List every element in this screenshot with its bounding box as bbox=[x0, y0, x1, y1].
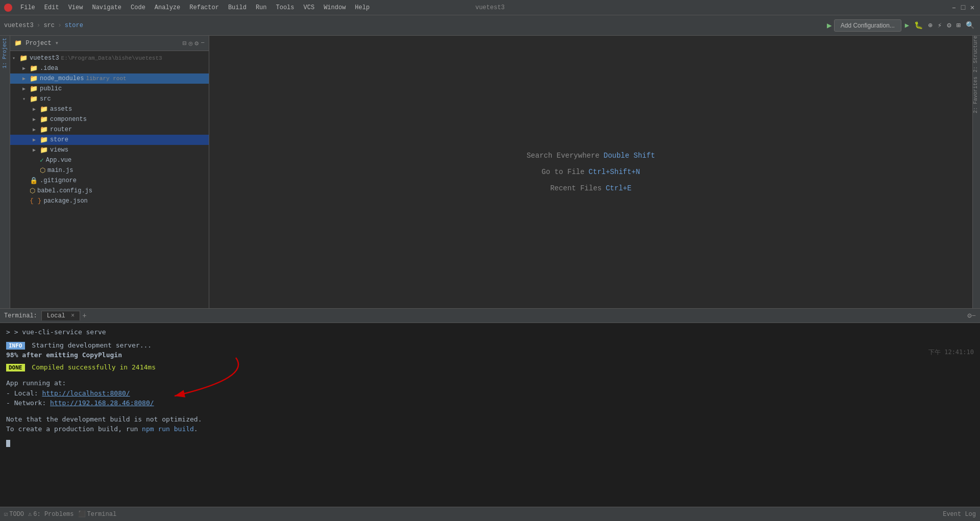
settings-icon[interactable]: ⚙ bbox=[945, 21, 952, 30]
tree-root[interactable]: ▾ 📁 vuetest3 E:\Program_Data\bishe\vuete… bbox=[10, 53, 209, 63]
project-folder-icon: 📁 bbox=[14, 40, 22, 47]
term-info-text: Starting development server... bbox=[32, 341, 152, 349]
terminal-line-info: INFO Starting development server... bbox=[6, 340, 974, 351]
tree-idea[interactable]: ▶ 📁 .idea bbox=[10, 63, 209, 73]
collapse-all-icon[interactable]: ⊟ bbox=[183, 39, 187, 47]
tree-arrow-views: ▶ bbox=[33, 147, 39, 153]
add-configuration-button[interactable]: Add Configuration... bbox=[834, 19, 901, 32]
shortcut-key-file: Ctrl+Shift+N bbox=[589, 168, 640, 176]
shortcut-label-search: Search Everywhere bbox=[527, 152, 600, 160]
right-gutter: 2: Structure 2: Favorites bbox=[972, 36, 980, 308]
folder-icon-root: 📁 bbox=[19, 54, 28, 62]
statusbar: ☑ TODO ⚠ 6: Problems ⬛ Terminal Event Lo… bbox=[0, 507, 980, 521]
coverage-button[interactable]: ⊕ bbox=[926, 21, 934, 30]
menu-window[interactable]: Window bbox=[320, 3, 350, 12]
panel-minimize-icon[interactable]: − bbox=[201, 39, 205, 47]
tree-components[interactable]: ▶ 📁 components bbox=[10, 114, 209, 125]
problems-icon: ⚠ bbox=[28, 510, 32, 518]
project-label: Project bbox=[26, 40, 51, 47]
terminal-minimize-icon[interactable]: − bbox=[972, 312, 976, 320]
terminal-tab-local[interactable]: Local × bbox=[41, 311, 80, 320]
project-panel-title: 📁 Project ▾ bbox=[14, 39, 183, 47]
tree-label-src: src bbox=[40, 95, 51, 103]
terminal-add-tab-icon[interactable]: + bbox=[82, 312, 86, 320]
terminal-line-note: Note that the development build is not o… bbox=[6, 414, 974, 425]
file-tree: ▾ 📁 vuetest3 E:\Program_Data\bishe\vuete… bbox=[10, 51, 209, 308]
menu-edit[interactable]: Edit bbox=[40, 3, 63, 12]
menu-build[interactable]: Build bbox=[224, 3, 251, 12]
window-controls: – □ ✕ bbox=[950, 4, 976, 11]
tree-package-json[interactable]: ▶ { } package.json bbox=[10, 196, 209, 206]
project-gutter-label[interactable]: 1: Project bbox=[2, 38, 8, 68]
todo-button[interactable]: ☑ TODO bbox=[4, 510, 24, 518]
tree-store[interactable]: ▶ 📁 store bbox=[10, 135, 209, 145]
favorites-label[interactable]: 2: Favorites bbox=[973, 77, 978, 117]
tree-label-store: store bbox=[50, 136, 68, 143]
event-log-button[interactable]: Event Log bbox=[943, 511, 976, 518]
terminal-content[interactable]: > > vue-cli-service serve INFO Starting … bbox=[0, 323, 980, 507]
minimize-button[interactable]: – bbox=[950, 4, 958, 11]
panel-settings-icon[interactable]: ⚙ bbox=[194, 39, 199, 47]
folder-icon-router: 📁 bbox=[40, 126, 48, 134]
tree-app-vue[interactable]: ▶ ✓ App.vue bbox=[10, 155, 209, 165]
folder-icon-assets: 📁 bbox=[40, 105, 48, 113]
menu-code[interactable]: Code bbox=[127, 3, 150, 12]
term-local-label: - Local: bbox=[6, 389, 42, 397]
menu-analyze[interactable]: Analyze bbox=[151, 3, 184, 12]
breadcrumb-project[interactable]: vuetest3 bbox=[4, 22, 34, 29]
menu-run[interactable]: Run bbox=[252, 3, 271, 12]
search-everywhere-icon[interactable]: 🔍 bbox=[964, 21, 976, 30]
tree-arrow-components: ▶ bbox=[33, 116, 39, 122]
terminal-container: Terminal: Local × + ⚙ − > > vue-cli-serv… bbox=[0, 308, 980, 507]
project-dropdown-icon[interactable]: ▾ bbox=[55, 40, 59, 47]
badge-info: INFO bbox=[6, 342, 25, 350]
shortcut-search-everywhere: Search Everywhere Double Shift bbox=[527, 152, 655, 160]
breadcrumb-src[interactable]: src bbox=[43, 22, 55, 29]
breadcrumb-store[interactable]: store bbox=[65, 22, 83, 29]
layout-icon[interactable]: ⊞ bbox=[955, 21, 962, 30]
todo-icon: ☑ bbox=[4, 510, 8, 518]
tree-gitignore[interactable]: ▶ 🔒 .gitignore bbox=[10, 176, 209, 186]
menu-refactor[interactable]: Refactor bbox=[185, 3, 223, 12]
tree-label-public: public bbox=[40, 85, 62, 92]
locate-file-icon[interactable]: ◎ bbox=[189, 39, 193, 47]
tree-views[interactable]: ▶ 📁 views bbox=[10, 145, 209, 155]
menu-view[interactable]: View bbox=[64, 3, 87, 12]
menu-file[interactable]: File bbox=[16, 3, 39, 12]
tree-label-babel: babel.config.js bbox=[37, 187, 92, 194]
menu-tools[interactable]: Tools bbox=[272, 3, 299, 12]
close-button[interactable]: ✕ bbox=[969, 4, 976, 11]
terminal-settings-icon[interactable]: ⚙ bbox=[967, 311, 971, 320]
debug-button[interactable]: 🐛 bbox=[913, 21, 924, 30]
tree-router[interactable]: ▶ 📁 router bbox=[10, 125, 209, 135]
badge-done: DONE bbox=[6, 364, 25, 371]
terminal-tab-close-icon[interactable]: × bbox=[71, 312, 75, 319]
term-network-link[interactable]: http://192.168.28.46:8080/ bbox=[50, 399, 154, 407]
menu-help[interactable]: Help bbox=[351, 3, 374, 12]
tree-label-gitignore: .gitignore bbox=[40, 177, 77, 184]
tree-node-modules[interactable]: ▶ 📁 node_modules library root bbox=[10, 73, 209, 84]
tree-src[interactable]: ▾ 📁 src bbox=[10, 94, 209, 104]
tree-assets[interactable]: ▶ 📁 assets bbox=[10, 104, 209, 114]
term-command: > vue-cli-service serve bbox=[14, 328, 106, 336]
structure-label[interactable]: 2: Structure bbox=[973, 36, 978, 77]
maximize-button[interactable]: □ bbox=[960, 4, 967, 11]
profile-button[interactable]: ⚡ bbox=[936, 21, 943, 30]
tree-babel-config[interactable]: ▶ ⬡ babel.config.js bbox=[10, 186, 209, 196]
js-icon-babel: ⬡ bbox=[30, 187, 35, 195]
run-button[interactable]: ▶ bbox=[903, 21, 911, 30]
tree-arrow-root: ▾ bbox=[12, 55, 18, 61]
menu-vcs[interactable]: VCS bbox=[300, 3, 319, 12]
tree-main-js[interactable]: ▶ ⬡ main.js bbox=[10, 165, 209, 176]
term-local-link[interactable]: http://localhost:8080/ bbox=[42, 389, 130, 397]
toolbar: vuetest3 › src › store ▶ Add Configurati… bbox=[0, 15, 980, 36]
gitignore-icon: 🔒 bbox=[30, 177, 38, 185]
tree-public[interactable]: ▶ 📁 public bbox=[10, 84, 209, 94]
menu-navigate[interactable]: Navigate bbox=[88, 3, 126, 12]
terminal-status-button[interactable]: ⬛ Terminal bbox=[78, 510, 117, 518]
problems-button[interactable]: ⚠ 6: Problems bbox=[28, 510, 74, 518]
term-prompt: > bbox=[6, 328, 14, 336]
terminal-line-copy-plugin: 98% after emitting CopyPlugin bbox=[6, 350, 974, 360]
tree-label-views: views bbox=[50, 146, 68, 154]
vue-icon-app: ✓ bbox=[40, 156, 44, 164]
